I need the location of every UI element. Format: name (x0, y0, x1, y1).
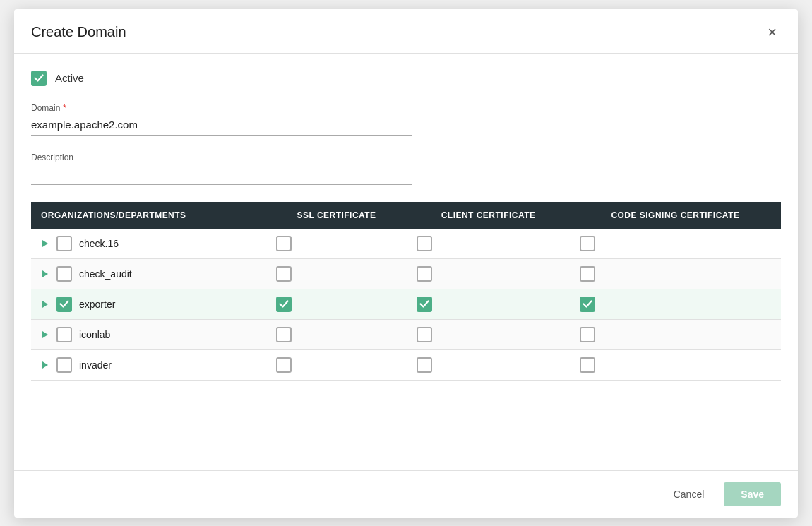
col-ssl: SSL CERTIFICATE (266, 202, 407, 229)
client-cert-checkbox[interactable] (417, 357, 432, 373)
table-row: invader (31, 349, 781, 380)
table-header-row: ORGANIZATIONS/DEPARTMENTS SSL CERTIFICAT… (31, 202, 781, 229)
description-label: Description (31, 153, 781, 162)
chevron-right-icon (42, 301, 48, 308)
expand-button[interactable] (41, 239, 49, 249)
ssl-checkbox[interactable] (276, 266, 292, 282)
domain-label: Domain * (31, 103, 781, 113)
organizations-table-section: ORGANIZATIONS/DEPARTMENTS SSL CERTIFICAT… (31, 202, 781, 381)
org-name: exporter (79, 299, 115, 310)
chevron-right-icon (42, 361, 48, 369)
active-checkbox[interactable] (31, 71, 47, 86)
ssl-checkbox[interactable] (276, 236, 292, 251)
client-cert-checkbox[interactable] (417, 297, 432, 312)
row-checkbox[interactable] (56, 236, 72, 251)
row-checkbox[interactable] (56, 297, 72, 312)
client-cert-checkbox[interactable] (417, 327, 432, 342)
row-checkbox[interactable] (56, 357, 72, 373)
save-button[interactable]: Save (724, 482, 781, 506)
table-row: exporter (31, 289, 781, 319)
row-checkbox[interactable] (56, 266, 72, 282)
org-name: invader (79, 359, 112, 371)
org-name: check_audit (79, 268, 132, 280)
chevron-right-icon (42, 240, 48, 247)
expand-button[interactable] (41, 269, 49, 279)
chevron-right-icon (42, 331, 48, 338)
col-client: CLIENT CERTIFICATE (407, 202, 569, 229)
ssl-checkbox[interactable] (276, 357, 292, 373)
code-signing-checkbox[interactable] (580, 236, 595, 251)
create-domain-dialog: Create Domain × Active Domain * Descript… (14, 9, 798, 518)
dialog-title: Create Domain (31, 24, 126, 40)
domain-field-group: Domain * (31, 103, 781, 136)
expand-button[interactable] (41, 330, 49, 340)
close-button[interactable]: × (763, 23, 781, 42)
code-signing-checkbox[interactable] (580, 327, 595, 342)
table-row: iconlab (31, 319, 781, 349)
ssl-checkbox[interactable] (276, 297, 292, 312)
code-signing-checkbox[interactable] (580, 357, 595, 373)
domain-input[interactable] (31, 116, 412, 136)
code-signing-checkbox[interactable] (580, 266, 595, 282)
dialog-footer: Cancel Save (14, 470, 798, 518)
dialog-header: Create Domain × (14, 9, 798, 54)
client-cert-checkbox[interactable] (417, 236, 432, 251)
ssl-checkbox[interactable] (276, 327, 292, 342)
client-cert-checkbox[interactable] (417, 266, 432, 282)
description-input[interactable] (31, 165, 412, 185)
expand-button[interactable] (41, 360, 49, 370)
table-row: check.16 (31, 229, 781, 259)
row-checkbox[interactable] (56, 327, 72, 342)
required-star: * (63, 103, 66, 113)
table-row: check_audit (31, 258, 781, 289)
cancel-button[interactable]: Cancel (662, 483, 716, 506)
org-name: check.16 (79, 238, 119, 249)
expand-button[interactable] (41, 299, 49, 309)
org-name: iconlab (79, 329, 110, 340)
description-field-group: Description (31, 153, 781, 185)
organizations-table: ORGANIZATIONS/DEPARTMENTS SSL CERTIFICAT… (31, 202, 781, 381)
col-code-signing: CODE SIGNING CERTIFICATE (570, 202, 781, 229)
col-org: ORGANIZATIONS/DEPARTMENTS (31, 202, 266, 229)
dialog-body: Active Domain * Description ORGANIZATION… (14, 54, 798, 465)
active-row: Active (31, 71, 781, 86)
code-signing-checkbox[interactable] (580, 297, 595, 312)
chevron-right-icon (42, 270, 48, 277)
active-label: Active (55, 72, 84, 84)
